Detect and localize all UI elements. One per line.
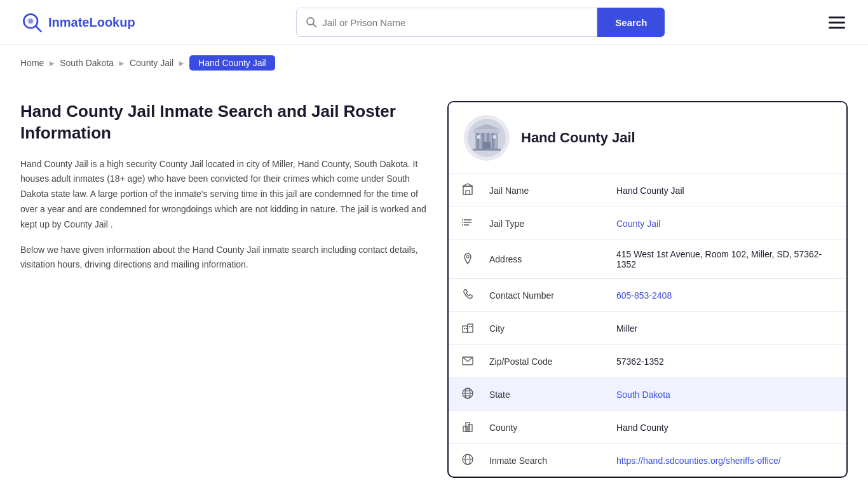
svg-rect-14 <box>483 142 491 149</box>
table-value[interactable]: 605-853-2408 <box>604 279 846 312</box>
logo-text: InmateLookup <box>48 15 135 30</box>
hamburger-menu[interactable] <box>826 14 848 31</box>
svg-rect-40 <box>463 426 467 431</box>
table-label: Contact Number <box>477 279 604 312</box>
table-row: CityMiller <box>449 312 846 345</box>
breadcrumb-type[interactable]: County Jail <box>130 58 173 68</box>
table-row: Address415 West 1st Avenue, Room 102, Mi… <box>449 240 846 279</box>
svg-rect-29 <box>468 324 473 332</box>
logo[interactable]: InmateLookup <box>20 11 135 34</box>
county-icon <box>449 411 477 444</box>
list-icon <box>449 207 477 240</box>
table-label: Zip/Postal Code <box>477 345 604 378</box>
table-label: State <box>477 378 604 411</box>
svg-rect-19 <box>466 191 470 194</box>
table-label: City <box>477 312 604 345</box>
table-value-link[interactable]: 605-853-2408 <box>616 290 672 301</box>
svg-rect-17 <box>473 149 501 151</box>
svg-rect-16 <box>493 135 496 139</box>
svg-line-5 <box>313 24 316 27</box>
table-value[interactable]: https://hand.sdcounties.org/sheriffs-off… <box>604 444 846 477</box>
svg-rect-42 <box>466 423 470 431</box>
info-table: Jail NameHand County JailJail TypeCounty… <box>449 174 846 477</box>
table-value-link[interactable]: https://hand.sdcounties.org/sheriffs-off… <box>616 456 781 466</box>
building-icon <box>449 174 477 207</box>
city-icon <box>449 312 477 345</box>
svg-rect-15 <box>477 135 480 139</box>
logo-icon <box>20 11 43 34</box>
svg-rect-8 <box>477 132 479 149</box>
breadcrumb-state[interactable]: South Dakota <box>60 58 114 68</box>
search-icon <box>306 17 317 28</box>
table-row: Jail NameHand County Jail <box>449 174 846 207</box>
table-value: 57362-1352 <box>604 345 846 378</box>
search-input[interactable] <box>322 17 588 28</box>
header: InmateLookup Search <box>0 0 868 45</box>
table-row: Contact Number605-853-2408 <box>449 279 846 312</box>
jail-building-icon <box>468 119 506 157</box>
table-label: Jail Type <box>477 207 604 240</box>
table-value-link[interactable]: County Jail <box>616 219 660 229</box>
svg-point-27 <box>466 255 469 258</box>
svg-line-2 <box>36 26 41 31</box>
mail-icon <box>449 345 477 378</box>
breadcrumb-sep-2: ► <box>118 58 126 68</box>
card-jail-name: Hand County Jail <box>521 130 635 146</box>
table-label: Inmate Search <box>477 444 604 477</box>
svg-point-3 <box>29 19 33 24</box>
globe-icon <box>449 378 477 411</box>
breadcrumb: Home ► South Dakota ► County Jail ► Hand… <box>0 45 868 81</box>
page-title: Hand County Jail Inmate Search and Jail … <box>20 101 427 144</box>
table-label: Jail Name <box>477 174 604 207</box>
table-value: Hand County Jail <box>604 174 846 207</box>
svg-rect-41 <box>468 424 472 431</box>
table-value[interactable]: South Dakota <box>604 378 846 411</box>
search-button[interactable]: Search <box>597 8 665 37</box>
table-value: 415 West 1st Avenue, Room 102, Miller, S… <box>604 240 846 279</box>
table-value[interactable]: County Jail <box>604 207 846 240</box>
table-row: Jail TypeCounty Jail <box>449 207 846 240</box>
svg-rect-31 <box>466 328 467 329</box>
breadcrumb-home[interactable]: Home <box>20 58 44 68</box>
svg-point-26 <box>462 224 463 226</box>
breadcrumb-sep-1: ► <box>48 58 56 68</box>
globe2-icon <box>449 444 477 477</box>
table-value: Hand County <box>604 411 846 444</box>
svg-rect-30 <box>464 328 465 329</box>
breadcrumb-sep-3: ► <box>177 58 186 68</box>
svg-rect-11 <box>492 132 494 149</box>
description-1: Hand County Jail is a high security Coun… <box>20 157 427 233</box>
breadcrumb-current: Hand County Jail <box>189 55 275 71</box>
info-card: Hand County Jail Jail NameHand County Ja… <box>447 101 848 478</box>
svg-rect-33 <box>471 326 472 327</box>
search-input-wrap <box>296 8 597 37</box>
table-label: Address <box>477 240 604 279</box>
svg-point-24 <box>462 219 463 220</box>
pin-icon <box>449 240 477 279</box>
card-header: Hand County Jail <box>449 102 846 174</box>
phone-icon <box>449 279 477 312</box>
left-column: Hand County Jail Inmate Search and Jail … <box>20 101 427 283</box>
svg-marker-12 <box>473 129 501 133</box>
table-value-link[interactable]: South Dakota <box>616 390 670 400</box>
svg-rect-32 <box>469 326 470 327</box>
table-value: Miller <box>604 312 846 345</box>
right-column: Hand County Jail Jail NameHand County Ja… <box>447 101 848 478</box>
table-row: Inmate Searchhttps://hand.sdcounties.org… <box>449 444 846 477</box>
main-content: Hand County Jail Inmate Search and Jail … <box>0 81 868 488</box>
table-row: StateSouth Dakota <box>449 378 846 411</box>
table-label: County <box>477 411 604 444</box>
table-row: Zip/Postal Code57362-1352 <box>449 345 846 378</box>
jail-avatar <box>464 115 510 161</box>
description-2: Below we have given information about th… <box>20 243 427 273</box>
search-area: Search <box>296 8 665 37</box>
svg-point-25 <box>462 222 463 223</box>
table-row: CountyHand County <box>449 411 846 444</box>
